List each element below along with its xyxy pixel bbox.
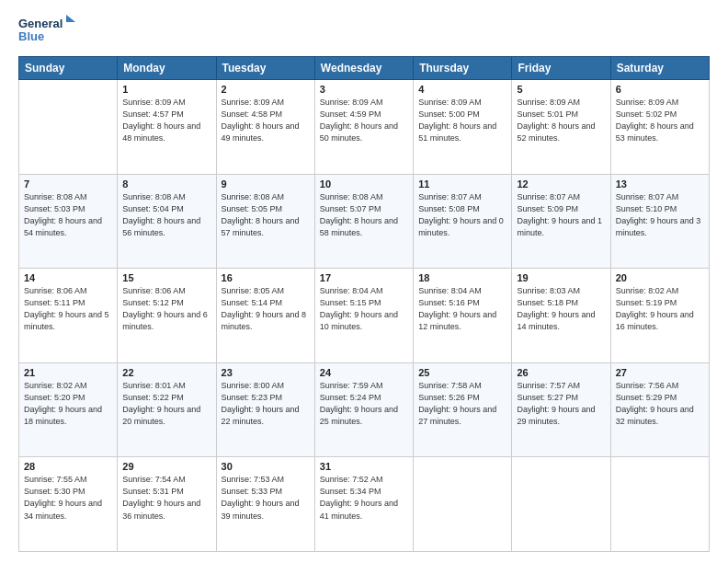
day-info: Sunrise: 7:58 AMSunset: 5:26 PMDaylight:… xyxy=(418,380,506,428)
day-info: Sunrise: 8:08 AMSunset: 5:03 PMDaylight:… xyxy=(24,191,112,239)
week-row-4: 21Sunrise: 8:02 AMSunset: 5:20 PMDayligh… xyxy=(19,362,710,457)
weekday-header-tuesday: Tuesday xyxy=(216,57,314,80)
weekday-header-thursday: Thursday xyxy=(414,57,512,80)
day-info: Sunrise: 7:55 AMSunset: 5:30 PMDaylight:… xyxy=(24,474,112,522)
day-info: Sunrise: 8:04 AMSunset: 5:16 PMDaylight:… xyxy=(418,285,506,333)
day-info: Sunrise: 8:09 AMSunset: 4:57 PMDaylight:… xyxy=(122,97,210,144)
day-info: Sunrise: 8:08 AMSunset: 5:04 PMDaylight:… xyxy=(122,191,210,239)
day-info: Sunrise: 8:06 AMSunset: 5:12 PMDaylight:… xyxy=(122,285,210,333)
day-number: 8 xyxy=(122,178,210,190)
day-info: Sunrise: 8:09 AMSunset: 5:02 PMDaylight:… xyxy=(616,97,704,144)
svg-marker-2 xyxy=(66,15,75,22)
weekday-header-monday: Monday xyxy=(118,57,216,80)
week-row-2: 7Sunrise: 8:08 AMSunset: 5:03 PMDaylight… xyxy=(19,174,710,269)
day-info: Sunrise: 8:00 AMSunset: 5:23 PMDaylight:… xyxy=(222,380,310,428)
day-cell: 23Sunrise: 8:00 AMSunset: 5:23 PMDayligh… xyxy=(216,362,314,457)
day-number: 5 xyxy=(517,84,605,95)
day-info: Sunrise: 8:08 AMSunset: 5:05 PMDaylight:… xyxy=(222,191,310,239)
day-info: Sunrise: 8:03 AMSunset: 5:18 PMDaylight:… xyxy=(517,285,605,333)
svg-text:General: General xyxy=(18,17,63,30)
logo: GeneralBlue xyxy=(18,15,83,47)
day-info: Sunrise: 8:09 AMSunset: 5:00 PMDaylight:… xyxy=(418,97,506,144)
day-number: 25 xyxy=(418,367,506,378)
calendar-table: SundayMondayTuesdayWednesdayThursdayFrid… xyxy=(18,56,710,552)
day-number: 23 xyxy=(222,367,310,378)
day-number: 19 xyxy=(517,272,605,283)
day-info: Sunrise: 8:05 AMSunset: 5:14 PMDaylight:… xyxy=(222,285,310,333)
day-cell: 16Sunrise: 8:05 AMSunset: 5:14 PMDayligh… xyxy=(216,269,314,363)
day-number: 4 xyxy=(418,84,506,95)
day-number: 16 xyxy=(222,272,310,283)
day-info: Sunrise: 8:09 AMSunset: 4:58 PMDaylight:… xyxy=(222,97,310,144)
day-number: 18 xyxy=(418,272,506,283)
day-cell: 17Sunrise: 8:04 AMSunset: 5:15 PMDayligh… xyxy=(314,269,413,363)
day-number: 31 xyxy=(320,461,408,472)
day-info: Sunrise: 7:59 AMSunset: 5:24 PMDaylight:… xyxy=(320,380,408,428)
week-row-1: 1Sunrise: 8:09 AMSunset: 4:57 PMDaylight… xyxy=(19,80,710,175)
day-cell: 1Sunrise: 8:09 AMSunset: 4:57 PMDaylight… xyxy=(118,80,216,175)
day-info: Sunrise: 7:52 AMSunset: 5:34 PMDaylight:… xyxy=(320,474,408,522)
day-cell: 3Sunrise: 8:09 AMSunset: 4:59 PMDaylight… xyxy=(314,80,413,175)
day-cell: 11Sunrise: 8:07 AMSunset: 5:08 PMDayligh… xyxy=(414,174,512,269)
day-cell: 31Sunrise: 7:52 AMSunset: 5:34 PMDayligh… xyxy=(314,457,413,552)
day-info: Sunrise: 8:04 AMSunset: 5:15 PMDaylight:… xyxy=(320,285,408,333)
day-info: Sunrise: 8:09 AMSunset: 4:59 PMDaylight:… xyxy=(320,97,408,144)
day-info: Sunrise: 8:08 AMSunset: 5:07 PMDaylight:… xyxy=(320,191,408,239)
day-number: 15 xyxy=(122,272,210,283)
day-number: 29 xyxy=(122,461,210,472)
day-cell: 21Sunrise: 8:02 AMSunset: 5:20 PMDayligh… xyxy=(19,362,118,457)
day-info: Sunrise: 8:01 AMSunset: 5:22 PMDaylight:… xyxy=(122,380,210,428)
day-cell: 13Sunrise: 8:07 AMSunset: 5:10 PMDayligh… xyxy=(610,174,709,269)
day-number: 30 xyxy=(222,461,310,472)
day-number: 1 xyxy=(122,84,210,95)
day-number: 21 xyxy=(24,367,112,378)
day-info: Sunrise: 8:02 AMSunset: 5:20 PMDaylight:… xyxy=(24,380,112,428)
day-cell: 25Sunrise: 7:58 AMSunset: 5:26 PMDayligh… xyxy=(414,362,512,457)
day-number: 14 xyxy=(24,272,112,283)
day-cell: 15Sunrise: 8:06 AMSunset: 5:12 PMDayligh… xyxy=(118,269,216,363)
day-info: Sunrise: 7:57 AMSunset: 5:27 PMDaylight:… xyxy=(517,380,605,428)
day-number: 2 xyxy=(222,84,310,95)
day-info: Sunrise: 7:56 AMSunset: 5:29 PMDaylight:… xyxy=(616,380,704,428)
weekday-header-wednesday: Wednesday xyxy=(314,57,413,80)
day-number: 13 xyxy=(616,178,704,190)
day-info: Sunrise: 8:09 AMSunset: 5:01 PMDaylight:… xyxy=(517,97,605,144)
day-info: Sunrise: 8:07 AMSunset: 5:08 PMDaylight:… xyxy=(418,191,506,239)
day-cell: 20Sunrise: 8:02 AMSunset: 5:19 PMDayligh… xyxy=(610,269,709,363)
day-cell: 27Sunrise: 7:56 AMSunset: 5:29 PMDayligh… xyxy=(610,362,709,457)
day-number: 24 xyxy=(320,367,408,378)
weekday-header-sunday: Sunday xyxy=(19,57,118,80)
day-cell: 28Sunrise: 7:55 AMSunset: 5:30 PMDayligh… xyxy=(19,457,118,552)
day-info: Sunrise: 7:54 AMSunset: 5:31 PMDaylight:… xyxy=(122,474,210,522)
day-info: Sunrise: 8:07 AMSunset: 5:10 PMDaylight:… xyxy=(616,191,704,239)
day-info: Sunrise: 7:53 AMSunset: 5:33 PMDaylight:… xyxy=(222,474,310,522)
day-cell: 9Sunrise: 8:08 AMSunset: 5:05 PMDaylight… xyxy=(216,174,314,269)
day-info: Sunrise: 8:07 AMSunset: 5:09 PMDaylight:… xyxy=(517,191,605,239)
day-number: 28 xyxy=(24,461,112,472)
day-cell: 8Sunrise: 8:08 AMSunset: 5:04 PMDaylight… xyxy=(118,174,216,269)
day-number: 9 xyxy=(222,178,310,190)
day-cell: 4Sunrise: 8:09 AMSunset: 5:00 PMDaylight… xyxy=(414,80,512,175)
day-cell: 22Sunrise: 8:01 AMSunset: 5:22 PMDayligh… xyxy=(118,362,216,457)
day-cell: 14Sunrise: 8:06 AMSunset: 5:11 PMDayligh… xyxy=(19,269,118,363)
day-cell: 18Sunrise: 8:04 AMSunset: 5:16 PMDayligh… xyxy=(414,269,512,363)
day-cell: 19Sunrise: 8:03 AMSunset: 5:18 PMDayligh… xyxy=(512,269,610,363)
day-cell: 24Sunrise: 7:59 AMSunset: 5:24 PMDayligh… xyxy=(314,362,413,457)
day-cell: 7Sunrise: 8:08 AMSunset: 5:03 PMDaylight… xyxy=(19,174,118,269)
day-cell: 2Sunrise: 8:09 AMSunset: 4:58 PMDaylight… xyxy=(216,80,314,175)
day-number: 10 xyxy=(320,178,408,190)
weekday-header-saturday: Saturday xyxy=(610,57,709,80)
day-cell: 30Sunrise: 7:53 AMSunset: 5:33 PMDayligh… xyxy=(216,457,314,552)
day-number: 11 xyxy=(418,178,506,190)
day-cell: 12Sunrise: 8:07 AMSunset: 5:09 PMDayligh… xyxy=(512,174,610,269)
day-info: Sunrise: 8:06 AMSunset: 5:11 PMDaylight:… xyxy=(24,285,112,333)
header-row: SundayMondayTuesdayWednesdayThursdayFrid… xyxy=(19,57,710,80)
day-number: 12 xyxy=(517,178,605,190)
day-cell: 5Sunrise: 8:09 AMSunset: 5:01 PMDaylight… xyxy=(512,80,610,175)
day-number: 17 xyxy=(320,272,408,283)
day-cell xyxy=(610,457,709,552)
day-cell xyxy=(19,80,118,175)
header: GeneralBlue xyxy=(18,15,710,47)
day-cell: 10Sunrise: 8:08 AMSunset: 5:07 PMDayligh… xyxy=(314,174,413,269)
week-row-5: 28Sunrise: 7:55 AMSunset: 5:30 PMDayligh… xyxy=(19,457,710,552)
